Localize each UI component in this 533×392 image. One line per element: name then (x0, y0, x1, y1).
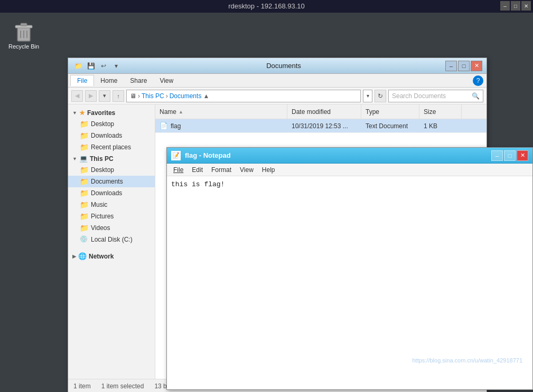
notepad-text: this is flag! (171, 180, 225, 188)
col-modified-label: Date modified (292, 108, 331, 116)
nav-forward-btn[interactable]: ▶ (85, 90, 97, 102)
pictures-folder-icon: 📁 (80, 212, 88, 221)
sidebar-network-header[interactable]: ▶ 🌐 Network (68, 251, 155, 262)
remote-titlebar: rdesktop - 192.168.93.10 – □ ✕ (0, 0, 533, 13)
tab-share[interactable]: Share (124, 75, 153, 86)
remote-title: rdesktop - 192.168.93.10 (228, 2, 305, 10)
explorer-close-btn[interactable]: ✕ (471, 61, 482, 71)
sidebar-favorites-header[interactable]: ▼ ★ Favorites (68, 108, 155, 118)
notepad-menu-edit[interactable]: Edit (188, 165, 207, 175)
videos-folder-icon: 📁 (80, 224, 88, 232)
notepad-minimize-btn[interactable]: – (491, 150, 503, 161)
explorer-maximize-btn[interactable]: □ (458, 61, 470, 71)
sidebar-network-label: Network (89, 253, 114, 260)
remote-window-controls: – □ ✕ (500, 1, 531, 11)
sidebar-videos-label: Videos (91, 224, 110, 232)
recent-folder-icon: 📁 (80, 143, 88, 151)
notepad-titlebar: 📝 flag - Notepad – □ ✕ (167, 148, 532, 164)
explorer-qa-toolbar: 📁 💾 ↩ ▾ (72, 59, 122, 73)
favorites-star-icon: ★ (79, 109, 85, 117)
file-name-value: flag (171, 122, 181, 130)
network-icon: 🌐 (78, 252, 87, 260)
notepad-menu-file[interactable]: File (169, 165, 188, 175)
crumb-documents[interactable]: Documents (170, 92, 202, 100)
this-pc-arrow-icon: ▼ (72, 156, 77, 161)
sidebar-item-desktop[interactable]: 📁 Desktop (68, 118, 155, 130)
help-btn[interactable]: ? (473, 75, 483, 86)
qa-icon3[interactable]: ↩ (98, 60, 109, 72)
address-path[interactable]: 🖥 › This PC › Documents ▲ (126, 90, 361, 102)
sidebar-music-label: Music (91, 201, 107, 208)
col-size-label: Size (424, 108, 436, 116)
sidebar-item-downloads-fav[interactable]: 📁 Downloads (68, 130, 155, 141)
notepad-app-icon: 📝 (171, 151, 181, 160)
notepad-maximize-btn[interactable]: □ (504, 150, 516, 161)
tab-view[interactable]: View (153, 75, 180, 86)
notepad-close-btn[interactable]: ✕ (517, 150, 528, 161)
sidebar-item-local-disk[interactable]: 💿 Local Disk (C:) (68, 234, 155, 245)
col-size-header[interactable]: Size (419, 104, 462, 119)
nav-dropdown-btn[interactable]: ▾ (99, 90, 110, 102)
sidebar-downloads-fav-label: Downloads (91, 132, 122, 139)
sidebar-this-pc-header[interactable]: ▼ 💻 This PC (68, 153, 155, 164)
search-box[interactable]: Search Documents 🔍 (388, 90, 483, 102)
sidebar-item-desktop2[interactable]: 📁 Desktop (68, 164, 155, 176)
col-name-label: Name (160, 108, 176, 116)
notepad-window-controls: – □ ✕ (491, 150, 528, 161)
local-disk-icon: 💿 (80, 235, 88, 244)
file-type-cell: Text Document (361, 122, 419, 130)
remote-close-btn[interactable]: ✕ (521, 1, 531, 11)
crumb-this-pc[interactable]: This PC (142, 92, 164, 100)
downloads-folder-icon: 📁 (80, 189, 88, 197)
search-placeholder: Search Documents (392, 92, 446, 100)
sidebar-downloads-label: Downloads (91, 189, 122, 197)
explorer-minimize-btn[interactable]: – (445, 61, 457, 71)
col-name-header[interactable]: Name ▲ (155, 104, 287, 119)
remote-maximize-btn[interactable]: □ (511, 1, 520, 11)
sidebar-recent-label: Recent places (91, 144, 131, 151)
desktop: Recycle Bin 📁 💾 ↩ ▾ Documents – □ ✕ File… (0, 13, 533, 392)
sidebar-item-pictures[interactable]: 📁 Pictures (68, 211, 155, 222)
file-name-cell: 📄 flag (155, 122, 287, 130)
notepad-title: flag - Notepad (185, 151, 491, 159)
refresh-btn[interactable]: ↻ (375, 90, 386, 102)
desktop2-folder-icon: 📁 (80, 166, 88, 174)
recycle-bin-icon (11, 18, 36, 43)
sidebar-item-music[interactable]: 📁 Music (68, 199, 155, 211)
qa-dropdown[interactable]: ▾ (110, 60, 122, 72)
recycle-bin-label: Recycle Bin (8, 43, 39, 50)
sidebar-item-recent[interactable]: 📁 Recent places (68, 141, 155, 153)
file-type-icon: 📄 (160, 122, 168, 130)
favorites-label: Favorites (87, 109, 115, 117)
col-modified-header[interactable]: Date modified (287, 104, 361, 119)
col-type-header[interactable]: Type (361, 104, 419, 119)
table-row[interactable]: 📄 flag 10/31/2019 12:53 ... Text Documen… (155, 119, 487, 133)
notepad-content[interactable]: this is flag! (167, 176, 532, 389)
sidebar: ▼ ★ Favorites 📁 Desktop 📁 Downloads 📁 Re… (68, 104, 155, 379)
notepad-menu-format[interactable]: Format (207, 165, 236, 175)
recycle-bin[interactable]: Recycle Bin (5, 18, 42, 50)
remote-minimize-btn[interactable]: – (500, 1, 510, 11)
notepad-menu-view[interactable]: View (236, 165, 258, 175)
tab-file[interactable]: File (70, 75, 94, 86)
this-pc-icon: 💻 (79, 155, 88, 162)
nav-up-btn[interactable]: ↑ (113, 90, 124, 102)
address-dropdown-btn[interactable]: ▾ (363, 90, 372, 102)
path-icon: 🖥 (130, 92, 136, 100)
qa-icon2[interactable]: 💾 (85, 60, 97, 72)
tab-home[interactable]: Home (94, 75, 124, 86)
sidebar-item-videos[interactable]: 📁 Videos (68, 222, 155, 234)
downloads-fav-folder-icon: 📁 (80, 131, 88, 140)
status-selected: 1 item selected (101, 383, 144, 390)
documents-folder-icon: 📁 (80, 177, 88, 186)
notepad-menubar: File Edit Format View Help (167, 164, 532, 176)
svg-rect-2 (21, 23, 27, 26)
sidebar-item-documents[interactable]: 📁 Documents (68, 176, 155, 187)
nav-back-btn[interactable]: ◀ (71, 90, 83, 102)
qa-icon1[interactable]: 📁 (72, 60, 84, 72)
notepad-menu-help[interactable]: Help (258, 165, 279, 175)
sidebar-item-downloads[interactable]: 📁 Downloads (68, 187, 155, 199)
sidebar-pictures-label: Pictures (91, 213, 114, 220)
sidebar-desktop-label: Desktop (91, 120, 114, 128)
status-item-count: 1 item (73, 383, 91, 390)
